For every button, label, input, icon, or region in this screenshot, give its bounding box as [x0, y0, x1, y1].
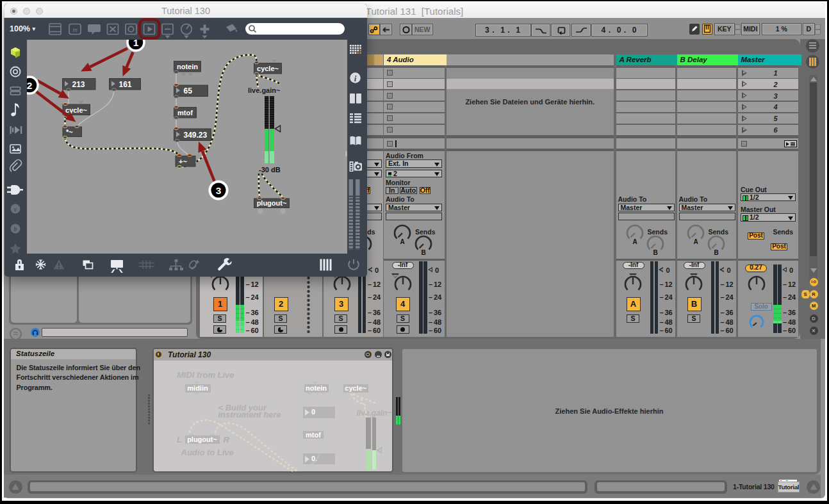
svg-text:349.23: 349.23 — [183, 131, 207, 140]
svg-text:*~: *~ — [66, 128, 73, 136]
svg-text:65: 65 — [183, 86, 192, 95]
svg-text:live.gain~: live.gain~ — [248, 86, 281, 94]
svg-text:cycle~: cycle~ — [257, 65, 279, 72]
svg-text:B: B — [653, 249, 657, 256]
svg-text:v: v — [14, 206, 17, 213]
svg-text:b: b — [14, 225, 17, 232]
svg-text:3: 3 — [215, 185, 221, 196]
svg-text:B: B — [421, 249, 425, 256]
svg-text:-30 dB: -30 dB — [259, 166, 281, 174]
svg-text:A: A — [632, 238, 637, 245]
svg-text:notein: notein — [177, 63, 198, 70]
svg-text:1: 1 — [133, 40, 138, 48]
svg-text:213: 213 — [72, 80, 85, 89]
svg-text:2: 2 — [27, 80, 32, 91]
svg-text:i: i — [354, 74, 356, 83]
svg-text:m: m — [72, 26, 77, 33]
svg-text:plugout~: plugout~ — [256, 199, 286, 207]
svg-text:A: A — [693, 238, 698, 245]
svg-text:cycle~: cycle~ — [65, 106, 88, 114]
svg-text:161: 161 — [119, 80, 131, 89]
svg-text:mtof: mtof — [177, 109, 193, 117]
svg-text:B: B — [714, 249, 718, 256]
svg-text:A: A — [400, 238, 404, 245]
svg-text:+~: +~ — [179, 158, 187, 165]
